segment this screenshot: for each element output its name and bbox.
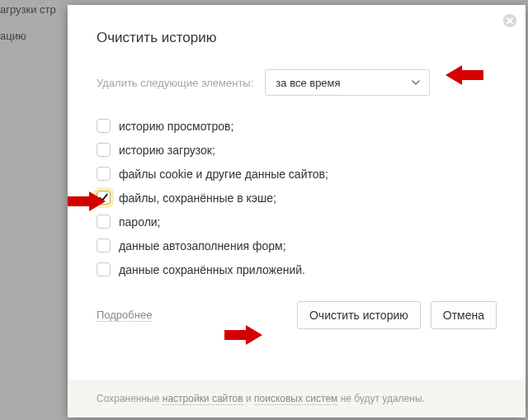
note-bar: Сохраненные настройки сайтов и поисковых… <box>68 380 526 418</box>
note-text-post: не будут удалены. <box>337 393 425 404</box>
checkbox-row: историю просмотров; <box>97 119 497 133</box>
checkbox-row: историю загрузок; <box>97 143 497 157</box>
checkbox-label: данные сохранённых приложений. <box>119 263 305 276</box>
checkbox-row: данные автозаполнения форм; <box>97 238 497 252</box>
checkbox[interactable] <box>97 238 111 252</box>
checkbox-label: данные автозаполнения форм; <box>119 239 286 252</box>
more-link[interactable]: Подробнее <box>97 309 152 322</box>
checkbox[interactable] <box>97 191 111 205</box>
checkbox-row: файлы cookie и другие данные сайтов; <box>97 167 497 181</box>
checkbox-row: данные сохранённых приложений. <box>97 262 497 276</box>
search-engines-link[interactable]: поисковых систем <box>254 393 337 405</box>
range-label: Удалить следующие элементы: <box>97 77 253 89</box>
time-range-select[interactable]: за все время <box>265 69 430 96</box>
checkbox[interactable] <box>97 262 111 276</box>
bg-text-2: ацию <box>0 30 26 42</box>
checkbox-label: историю загрузок; <box>119 144 215 157</box>
time-range-value: за все время <box>276 77 340 89</box>
checkbox[interactable] <box>97 215 111 229</box>
clear-history-button[interactable]: Очистить историю <box>297 301 421 329</box>
checkbox[interactable] <box>97 143 111 157</box>
close-icon[interactable] <box>502 13 517 28</box>
cancel-button[interactable]: Отмена <box>431 301 497 329</box>
checkbox[interactable] <box>97 167 111 181</box>
dialog-title: Очистить историю <box>97 30 497 46</box>
checkbox-label: историю просмотров; <box>119 120 233 133</box>
site-settings-link[interactable]: настройки сайтов <box>163 393 243 405</box>
bg-text-1: агрузки стр <box>0 3 56 16</box>
checkbox-label: пароли; <box>119 215 161 229</box>
checkbox-label: файлы cookie и другие данные сайтов; <box>119 168 328 181</box>
clear-history-dialog: Очистить историю Удалить следующие элеме… <box>68 5 526 418</box>
note-text-mid: и <box>243 393 254 404</box>
note-text-pre: Сохраненные <box>97 393 163 404</box>
chevron-down-icon <box>411 78 421 87</box>
checkbox-row: пароли; <box>97 215 497 229</box>
checkbox-row: файлы, сохранённые в кэше; <box>97 191 497 205</box>
checkbox[interactable] <box>97 119 111 133</box>
checkbox-label: файлы, сохранённые в кэше; <box>119 191 276 205</box>
